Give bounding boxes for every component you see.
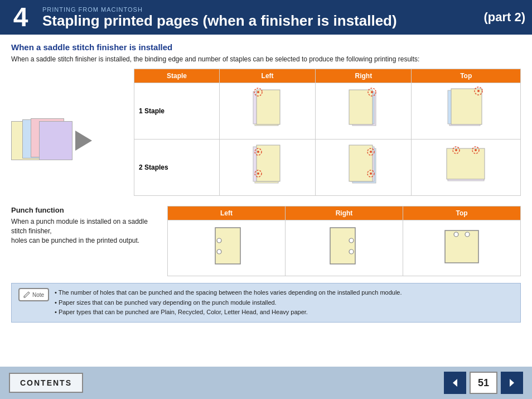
svg-point-41 [349,249,354,254]
prev-icon [449,377,461,388]
page-number: 51 [470,372,497,394]
punch-right-header: Right [286,206,403,220]
punch-left-img [207,225,246,270]
staple-2-left [219,140,315,196]
punch-section: Punch function When a punch module is in… [11,206,521,276]
staple-1-label: 1 Staple [134,83,220,140]
prev-button[interactable] [444,372,466,394]
staple-2-right-img [345,143,381,190]
table-row [168,220,521,276]
staple-diagram [11,69,123,196]
staple-1-left-img [249,86,286,134]
staple-2-right [316,140,412,196]
section1-intro: When a saddle stitch finisher is install… [11,55,521,63]
punch-title: Punch function [11,206,156,214]
staple-1-left [219,83,315,140]
paper-4 [39,121,72,160]
header-part: (part 2) [472,10,525,25]
staple-1-right-img [345,86,381,134]
svg-rect-31 [447,148,485,179]
top-col-header: Top [412,69,521,83]
punch-top-header: Top [403,206,521,220]
paper-stack [11,118,67,163]
header-subtitle: PRINTING FROM MACINTOSH [42,6,397,13]
header-text-block: PRINTING FROM MACINTOSH Stapling printed… [42,6,397,29]
svg-point-43 [454,232,458,237]
svg-point-33 [455,149,457,151]
svg-point-26 [370,151,372,153]
punch-text-block: Punch function When a punch module is in… [11,206,156,276]
staple-section: Staple Left Right Top 1 Staple [11,69,521,196]
staple-table: Staple Left Right Top 1 Staple [134,69,521,196]
punch-top-cell [403,220,521,276]
svg-point-14 [477,90,480,92]
staple-col-header: Staple [134,69,220,83]
punch-table: Left Right Top [167,206,521,276]
note-icon: Note [18,288,49,301]
staple-2-top-img [445,143,487,190]
staple-1-right [316,83,412,140]
section1-title: When a saddle stitch finisher is install… [11,42,521,52]
svg-rect-2 [257,90,280,124]
svg-rect-39 [330,228,355,264]
next-button[interactable] [501,372,523,394]
staple-1-top-img [445,86,487,134]
contents-button[interactable]: CONTENTS [9,373,83,393]
left-col-header: Left [219,69,315,83]
page-footer: CONTENTS 51 [0,367,532,399]
svg-marker-45 [453,379,457,387]
punch-right-img [325,225,364,270]
svg-rect-42 [445,230,478,263]
svg-point-4 [257,91,259,93]
chapter-number: 4 [7,4,35,31]
staple-2-left-img [249,143,286,190]
svg-rect-24 [349,145,373,181]
staple-2-top [412,140,521,196]
punch-desc: When a punch module is installed on a sa… [11,217,156,245]
punch-left-cell [168,220,286,276]
svg-point-28 [370,172,372,175]
svg-point-44 [465,232,470,237]
svg-point-37 [217,238,221,243]
svg-rect-36 [215,228,240,264]
note-text: • The number of holes that can be punche… [55,288,402,318]
svg-point-21 [257,172,259,175]
svg-point-19 [257,151,259,153]
svg-rect-12 [451,89,482,124]
main-content: When a saddle stitch finisher is install… [0,35,532,367]
pencil-icon [23,291,31,299]
page-header: 4 PRINTING FROM MACINTOSH Stapling print… [0,0,532,35]
svg-marker-46 [510,379,514,387]
next-icon [506,377,518,388]
staple-1-top [412,83,521,140]
staple-2-label: 2 Staples [134,140,220,196]
header-title: Stapling printed pages (when a finisher … [42,13,397,29]
punch-left-header: Left [168,206,286,220]
svg-point-9 [371,91,373,93]
table-row: 1 Staple [134,83,521,140]
punch-top-img [442,225,481,270]
punch-right-cell [286,220,403,276]
arrow-icon [75,131,92,151]
right-col-header: Right [316,69,412,83]
svg-point-38 [217,249,221,254]
table-row: 2 Staples [134,140,521,196]
svg-point-35 [475,149,477,151]
note-box: Note • The number of holes that can be p… [11,283,521,323]
svg-point-40 [349,238,354,243]
nav-controls: 51 [444,372,523,394]
